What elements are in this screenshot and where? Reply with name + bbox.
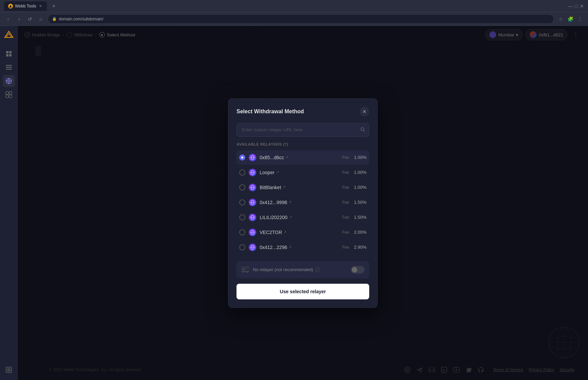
- maximize-button[interactable]: □: [575, 3, 578, 9]
- relayer-name: LILILI202200 ↗: [260, 215, 339, 220]
- sidebar: [0, 26, 18, 380]
- relayer-name: 0x412...2296 ↗: [260, 245, 339, 250]
- relayer-globe-icon: [249, 244, 256, 251]
- settings-button[interactable]: ⋮: [576, 15, 584, 23]
- reload-button[interactable]: ↺: [26, 15, 34, 23]
- svg-rect-58: [245, 269, 247, 270]
- back-button[interactable]: ‹: [4, 15, 12, 23]
- relayer-item[interactable]: LILILI202200 ↗ Fee 1.50%: [236, 210, 369, 225]
- main-content: › ⊙ Hubble Bridge / Withdraw / ◉ Select …: [18, 26, 588, 380]
- sidebar-item-bridge[interactable]: [3, 75, 15, 87]
- search-icon: [360, 127, 365, 133]
- relayer-globe-icon: [249, 199, 256, 206]
- no-relayer-option: No relayer (not recommended) i: [236, 261, 369, 278]
- home-button[interactable]: ⌂: [37, 15, 45, 23]
- relayer-globe-icon: [249, 154, 256, 161]
- sidebar-item-widgets[interactable]: [3, 88, 15, 101]
- sidebar-item-terminal[interactable]: [3, 364, 15, 376]
- radio-button: [239, 229, 245, 235]
- relayer-list: 0x85...d6cc ↗ Fee 1.00% Looper: [236, 150, 369, 254]
- radio-button: [239, 199, 245, 205]
- external-link-icon[interactable]: ↗: [283, 230, 287, 234]
- sidebar-item-grid[interactable]: [3, 48, 15, 60]
- relayer-name: 0x85...d6cc ↗: [260, 155, 339, 160]
- svg-rect-7: [6, 65, 12, 66]
- modal-close-button[interactable]: ✕: [360, 107, 369, 116]
- radio-button: [239, 214, 245, 220]
- address-bar[interactable]: 🔒 domain.com/subdomain/: [48, 14, 554, 24]
- relayer-item[interactable]: 0x85...d6cc ↗ Fee 1.00%: [236, 150, 369, 165]
- relayer-fee: 2.90%: [354, 245, 366, 250]
- relayer-fee: 1.00%: [354, 185, 366, 190]
- radio-button: [239, 244, 245, 250]
- relayer-globe-icon: [249, 214, 256, 221]
- svg-point-11: [8, 80, 10, 82]
- close-button[interactable]: ✕: [580, 3, 584, 9]
- tab-close-button[interactable]: ✕: [38, 4, 43, 9]
- svg-rect-16: [6, 92, 9, 94]
- relayer-item[interactable]: BitBlanket ↗ Fee 1.00%: [236, 180, 369, 195]
- fee-label: Fee: [342, 245, 349, 250]
- svg-marker-0: [9, 5, 12, 7]
- external-link-icon[interactable]: ↗: [289, 215, 292, 219]
- sidebar-item-list[interactable]: [3, 61, 15, 73]
- no-relayer-text: No relayer (not recommended) i: [253, 267, 347, 272]
- relayer-name: BitBlanket ↗: [260, 185, 339, 190]
- svg-rect-8: [6, 67, 12, 68]
- svg-rect-21: [7, 368, 11, 371]
- radio-button: [239, 154, 245, 161]
- external-link-icon[interactable]: ↗: [289, 245, 292, 249]
- extensions-button[interactable]: 🧩: [566, 15, 574, 23]
- svg-rect-5: [6, 54, 9, 56]
- svg-rect-57: [245, 268, 248, 268]
- svg-rect-9: [6, 69, 12, 70]
- no-relayer-toggle[interactable]: [351, 266, 364, 274]
- relayer-item[interactable]: VEC2TOR ↗ Fee 2.00%: [236, 225, 369, 239]
- fee-label: Fee: [342, 170, 349, 175]
- external-link-icon[interactable]: ↗: [276, 170, 279, 175]
- app-container: › ⊙ Hubble Bridge / Withdraw / ◉ Select …: [0, 26, 588, 380]
- svg-line-33: [364, 130, 365, 132]
- modal-overlay: Select Withdrawal Method ✕ AVAILABLE REL…: [18, 26, 588, 380]
- external-link-icon[interactable]: ↗: [285, 155, 289, 160]
- minimize-button[interactable]: —: [568, 3, 573, 9]
- radio-button: [239, 169, 245, 176]
- relayer-name: Looper ↗: [260, 170, 339, 175]
- no-relayer-icon: [241, 266, 249, 273]
- relayer-globe-icon: [249, 229, 256, 236]
- search-input[interactable]: [236, 123, 369, 137]
- relayer-fee: 1.00%: [354, 170, 366, 175]
- use-selected-relayer-button[interactable]: Use selected relayer: [236, 284, 369, 299]
- available-relayers-label: AVAILABLE RELAYERS (7): [236, 142, 369, 146]
- new-tab-button[interactable]: +: [50, 2, 58, 10]
- relayer-item[interactable]: Looper ↗ Fee 1.00%: [236, 165, 369, 180]
- svg-rect-3: [6, 51, 9, 53]
- svg-rect-6: [9, 54, 12, 56]
- modal-title: Select Withdrawal Method: [236, 109, 304, 115]
- relayer-fee: 1.50%: [354, 200, 366, 205]
- relayer-globe-icon: [249, 184, 256, 191]
- external-link-icon[interactable]: ↗: [282, 185, 285, 189]
- svg-rect-18: [6, 95, 9, 98]
- app-logo[interactable]: [3, 30, 14, 41]
- fee-label: Fee: [342, 230, 349, 235]
- tab-title: Webb Tools: [15, 4, 36, 9]
- select-withdrawal-method-modal: Select Withdrawal Method ✕ AVAILABLE REL…: [228, 98, 378, 308]
- browser-chrome: Webb Tools ✕ + — □ ✕: [0, 0, 588, 12]
- relayer-item[interactable]: 0x412...9996 ↗ Fee 1.50%: [236, 195, 369, 210]
- modal-header: Select Withdrawal Method ✕: [236, 107, 369, 116]
- fee-label: Fee: [342, 155, 349, 160]
- forward-button[interactable]: ›: [15, 15, 23, 23]
- navigation-bar: ‹ › ↺ ⌂ 🔒 domain.com/subdomain/ ☆ 🧩 ⋮: [0, 12, 588, 26]
- radio-button: [239, 184, 245, 191]
- svg-marker-1: [5, 31, 13, 37]
- svg-rect-19: [9, 95, 12, 98]
- fee-label: Fee: [342, 200, 349, 205]
- info-icon[interactable]: i: [315, 267, 320, 272]
- browser-tab[interactable]: Webb Tools ✕: [4, 1, 47, 11]
- bookmark-button[interactable]: ☆: [557, 15, 565, 23]
- relayer-name: VEC2TOR ↗: [260, 230, 339, 235]
- relayer-name: 0x412...9996 ↗: [260, 200, 339, 205]
- external-link-icon[interactable]: ↗: [289, 200, 292, 204]
- relayer-item[interactable]: 0x412...2296 ↗ Fee 2.90%: [236, 240, 369, 254]
